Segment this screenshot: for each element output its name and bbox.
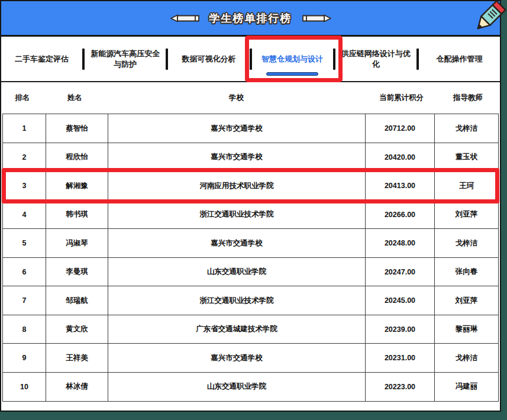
- table-row: 6 李曼琪 山东交通职业学院 20247.00 张向春: [2, 257, 499, 287]
- tab-bar: 二手车鉴定评估 新能源汽车高压安全与防护 数据可视化分析 智慧仓规划与设计 供应…: [1, 37, 500, 82]
- table-row: 10 林冰倩 山东交通职业学院 20223.00 冯建丽: [2, 372, 499, 402]
- tab-label: 数据可视化分析: [182, 54, 235, 64]
- cell-school: 嘉兴市交通学校: [108, 114, 365, 143]
- tab-supply-chain-network-design[interactable]: 供应链网络设计与优化: [335, 37, 416, 81]
- table-row: 4 韩书琪 浙江交通职业技术学院 20266.00 刘亚萍: [2, 200, 499, 230]
- table-row: 5 冯淑琴 嘉兴市交通学校 20248.00 戈梓洁: [2, 228, 499, 258]
- column-header-name: 姓名: [44, 92, 106, 104]
- cell-rank: 6: [3, 258, 46, 286]
- column-header-rank: 排名: [1, 92, 44, 104]
- cell-name: 王祥美: [46, 344, 108, 372]
- leaderboard-card: 学生榜单排行榜 二手车鉴定评估 新能源汽车高压安全与防护: [0, 0, 501, 412]
- cell-teacher: 戈梓洁: [434, 229, 498, 257]
- cell-rank: 2: [3, 143, 46, 172]
- cell-teacher: 戈梓洁: [434, 114, 498, 143]
- tab-label: 智慧仓规划与设计: [261, 54, 323, 64]
- table-row-highlighted: 3 解湘豫 河南应用技术职业学院 20413.00 王珂: [2, 171, 499, 201]
- cell-rank: 4: [3, 201, 46, 229]
- table-row: 9 王祥美 嘉兴市交通学校 20231.00 戈梓洁: [2, 343, 499, 373]
- cell-school: 嘉兴市交通学校: [108, 229, 365, 257]
- leaderboard-page: 学生榜单排行榜 二手车鉴定评估 新能源汽车高压安全与防护: [0, 0, 507, 420]
- cell-teacher: 冯建丽: [434, 373, 498, 401]
- table-row: 1 蔡智怡 嘉兴市交通学校 20712.00 戈梓洁: [2, 114, 499, 143]
- cell-name: 程欣怡: [46, 143, 108, 172]
- cell-name: 邹瑞航: [46, 286, 108, 315]
- tab-ev-high-voltage-safety[interactable]: 新能源汽车高压安全与防护: [85, 37, 166, 81]
- tab-used-car-appraisal[interactable]: 二手车鉴定评估: [1, 37, 82, 81]
- cell-rank: 7: [3, 286, 46, 315]
- cell-school: 嘉兴市交通学校: [108, 344, 365, 372]
- cell-school: 浙江交通职业技术学院: [108, 286, 365, 315]
- tab-label: 仓配操作管理: [436, 54, 482, 64]
- tab-label: 供应链网络设计与优化: [341, 49, 411, 69]
- cell-teacher: 董玉状: [434, 143, 498, 172]
- cell-rank: 10: [3, 373, 46, 401]
- tab-label: 二手车鉴定评估: [15, 54, 69, 64]
- table-column-header: 排名 姓名 学校 当前累计积分 指导教师: [1, 82, 500, 114]
- cell-points: 20245.00: [365, 286, 434, 315]
- cell-points: 20712.00: [365, 114, 434, 143]
- table-row: 8 黄文欣 广东省交通城建技术学院 20239.00 黎丽琳: [2, 315, 499, 344]
- cell-school: 山东交通职业学院: [108, 258, 365, 286]
- table-row: 2 程欣怡 嘉兴市交通学校 20420.00 董玉状: [2, 143, 499, 172]
- cell-points: 20247.00: [365, 258, 434, 286]
- cell-teacher: 戈梓洁: [434, 344, 498, 372]
- cell-name: 李曼琪: [46, 258, 108, 286]
- cell-rank: 8: [3, 315, 46, 344]
- cell-teacher: 刘亚萍: [434, 286, 498, 315]
- cell-teacher: 王珂: [434, 172, 498, 200]
- cell-rank: 3: [3, 172, 46, 200]
- cell-school: 山东交通职业学院: [108, 373, 365, 401]
- column-header-school: 学校: [106, 92, 367, 104]
- cell-points: 20266.00: [365, 201, 434, 229]
- cell-rank: 9: [3, 344, 46, 372]
- cell-teacher: 刘亚萍: [434, 201, 498, 229]
- cell-name: 解湘豫: [46, 172, 108, 200]
- cell-name: 韩书琪: [46, 201, 108, 229]
- cell-points: 20223.00: [365, 373, 434, 401]
- cell-school: 广东省交通城建技术学院: [108, 315, 365, 344]
- cell-school: 浙江交通职业技术学院: [108, 201, 365, 229]
- pencil-arrow-left-icon: [170, 14, 201, 23]
- cell-rank: 1: [3, 114, 46, 143]
- cell-name: 蔡智怡: [46, 114, 108, 143]
- cell-name: 黄文欣: [46, 315, 108, 344]
- tab-warehouse-distribution-ops[interactable]: 仓配操作管理: [419, 37, 500, 81]
- cell-points: 20420.00: [365, 143, 434, 172]
- cell-points: 20231.00: [365, 344, 434, 372]
- pencil-arrow-right-icon: [301, 14, 331, 23]
- tab-data-visualization[interactable]: 数据可视化分析: [168, 37, 249, 81]
- cell-name: 冯淑琴: [46, 229, 108, 257]
- cell-teacher: 黎丽琳: [434, 315, 498, 344]
- table-body: 1 蔡智怡 嘉兴市交通学校 20712.00 戈梓洁 2 程欣怡 嘉兴市交通学校…: [1, 114, 500, 411]
- cell-teacher: 张向春: [434, 258, 498, 286]
- banner: 学生榜单排行榜: [1, 1, 500, 37]
- cell-school: 嘉兴市交通学校: [108, 143, 365, 172]
- column-header-points: 当前累计积分: [367, 92, 436, 104]
- page-title: 学生榜单排行榜: [209, 11, 292, 25]
- cell-rank: 5: [3, 229, 46, 257]
- cell-points: 20413.00: [365, 172, 434, 200]
- tab-smart-warehouse-planning[interactable]: 智慧仓规划与设计: [252, 37, 333, 81]
- active-tab-underline: [266, 72, 318, 76]
- table-row: 7 邹瑞航 浙江交通职业技术学院 20245.00 刘亚萍: [2, 286, 499, 315]
- column-header-teacher: 指导教师: [436, 92, 500, 104]
- cell-points: 20239.00: [365, 315, 434, 344]
- cell-points: 20248.00: [365, 229, 434, 257]
- cell-school: 河南应用技术职业学院: [108, 172, 365, 200]
- pencil-icon: [472, 0, 506, 34]
- cell-name: 林冰倩: [46, 373, 108, 401]
- tab-label: 新能源汽车高压安全与防护: [91, 49, 160, 69]
